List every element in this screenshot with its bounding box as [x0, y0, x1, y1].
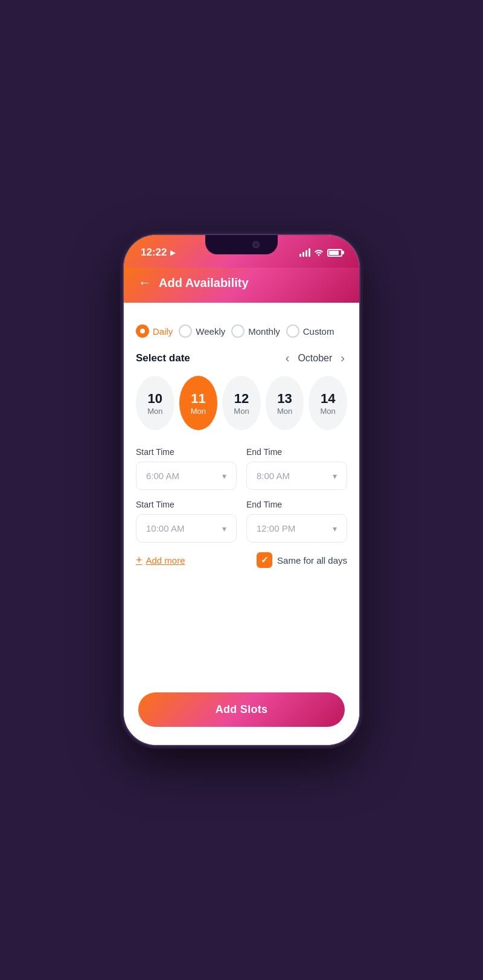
start-time-col-2: Start Time 10:00 AM ▾	[136, 500, 237, 543]
same-for-all-label: Same for all days	[277, 555, 347, 566]
status-icons	[299, 248, 342, 258]
date-card-11[interactable]: 11 Mon	[179, 376, 218, 430]
same-for-all-toggle[interactable]: ✓ Same for all days	[257, 552, 347, 568]
status-time: 12:22 ▶	[141, 247, 175, 259]
add-more-button[interactable]: + Add more	[136, 554, 185, 567]
battery-icon	[327, 249, 342, 257]
start-time-label-2: Start Time	[136, 500, 237, 509]
end-time-select-2[interactable]: 12:00 PM ▾	[246, 514, 347, 543]
add-more-label: Add more	[146, 555, 185, 566]
bottom-bar: Add Slots	[124, 683, 359, 745]
actions-row: + Add more ✓ Same for all days	[136, 552, 347, 580]
date-picker-row: 10 Mon 11 Mon 12 Mon 13 Mon	[136, 376, 347, 433]
month-display: October	[298, 353, 332, 364]
wifi-icon	[314, 248, 324, 258]
date-section-header: Select date ‹ October ›	[136, 350, 347, 366]
start-time-col-1: Start Time 6:00 AM ▾	[136, 447, 237, 490]
end-time-select-1[interactable]: 8:00 AM ▾	[246, 462, 347, 490]
date-number-12: 12	[234, 391, 249, 407]
prev-month-button[interactable]: ‹	[283, 350, 292, 366]
date-card-13[interactable]: 13 Mon	[266, 376, 304, 430]
add-more-icon: +	[136, 554, 142, 567]
radio-custom-label: Custom	[303, 326, 334, 337]
end-time-label-2: End Time	[246, 500, 347, 509]
radio-weekly-circle[interactable]	[179, 324, 192, 338]
end-time-value-1: 8:00 AM	[257, 471, 290, 481]
radio-daily-label: Daily	[153, 326, 173, 337]
month-navigation: ‹ October ›	[283, 350, 347, 366]
time-slot-2: Start Time 10:00 AM ▾ End Time 12:00 PM …	[136, 500, 347, 543]
date-day-14: Mon	[321, 407, 336, 416]
radio-monthly[interactable]: Monthly	[231, 324, 280, 338]
page-title: Add Availability	[159, 276, 249, 290]
date-number-14: 14	[321, 391, 335, 407]
radio-daily-circle[interactable]	[136, 324, 149, 338]
date-card-14[interactable]: 14 Mon	[309, 376, 347, 430]
start-time-select-2[interactable]: 10:00 AM ▾	[136, 514, 237, 543]
date-day-10: Mon	[147, 407, 162, 416]
back-button[interactable]: ←	[138, 275, 152, 291]
radio-weekly-label: Weekly	[196, 326, 225, 337]
radio-weekly[interactable]: Weekly	[179, 324, 225, 338]
date-day-11: Mon	[191, 407, 206, 416]
date-day-12: Mon	[234, 407, 249, 416]
date-card-12[interactable]: 12 Mon	[222, 376, 261, 430]
select-date-title: Select date	[136, 352, 190, 364]
start-time-select-1[interactable]: 6:00 AM ▾	[136, 462, 237, 490]
checkmark-icon: ✓	[261, 555, 269, 566]
date-number-13: 13	[277, 391, 292, 407]
end-time-value-2: 12:00 PM	[257, 523, 295, 534]
radio-monthly-label: Monthly	[248, 326, 280, 337]
radio-daily[interactable]: Daily	[136, 324, 173, 338]
radio-custom-circle[interactable]	[286, 324, 299, 338]
date-card-10[interactable]: 10 Mon	[136, 376, 174, 430]
frequency-radio-group: Daily Weekly Monthly Custom	[136, 315, 347, 350]
date-number-11: 11	[191, 391, 205, 407]
time-slot-1: Start Time 6:00 AM ▾ End Time 8:00 AM ▾	[136, 447, 347, 490]
start-time-value-1: 6:00 AM	[146, 471, 179, 481]
time-display: 12:22	[141, 247, 167, 259]
date-number-10: 10	[148, 391, 162, 407]
start-time-chevron-1: ▾	[222, 471, 226, 481]
page-header: ← Add Availability	[124, 268, 359, 303]
end-time-col-1: End Time 8:00 AM ▾	[246, 447, 347, 490]
end-time-chevron-1: ▾	[333, 471, 337, 481]
end-time-chevron-2: ▾	[333, 524, 337, 534]
signal-icon	[299, 248, 310, 257]
start-time-chevron-2: ▾	[222, 524, 226, 534]
next-month-button[interactable]: ›	[338, 350, 347, 366]
radio-monthly-circle[interactable]	[231, 324, 245, 338]
end-time-label-1: End Time	[246, 447, 347, 457]
same-for-all-checkbox[interactable]: ✓	[257, 552, 272, 568]
date-day-13: Mon	[277, 407, 292, 416]
add-slots-button[interactable]: Add Slots	[138, 692, 345, 727]
end-time-col-2: End Time 12:00 PM ▾	[246, 500, 347, 543]
start-time-value-2: 10:00 AM	[146, 523, 184, 534]
radio-custom[interactable]: Custom	[286, 324, 334, 338]
start-time-label-1: Start Time	[136, 447, 237, 457]
location-icon: ▶	[170, 249, 175, 257]
screen-body: Daily Weekly Monthly Custom	[124, 303, 359, 729]
